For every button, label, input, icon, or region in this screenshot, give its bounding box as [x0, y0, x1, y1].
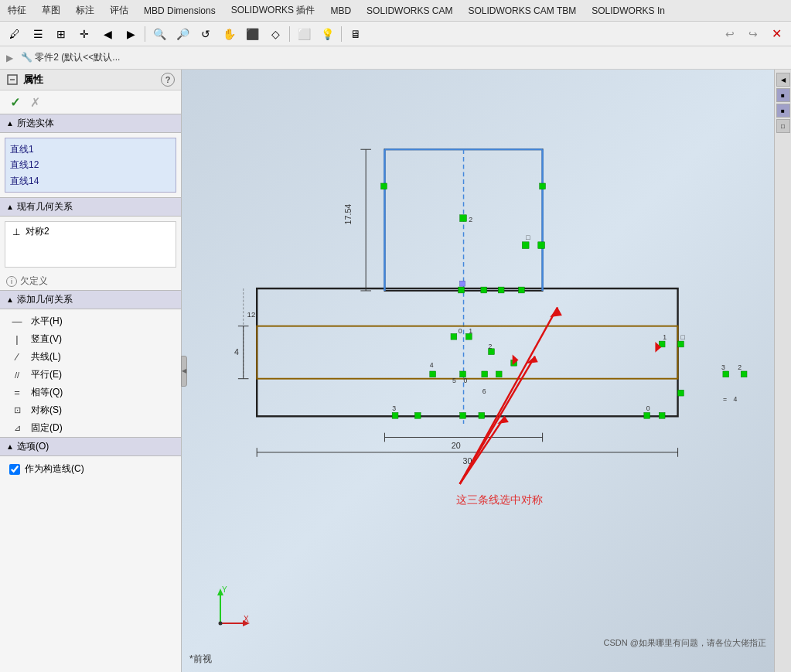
confirm-button[interactable]: ✓ [6, 94, 23, 111]
relation-parallel[interactable]: // 平行(E) [0, 366, 181, 384]
menu-solidworks-cam-tbm[interactable]: SOLIDWORKS CAM TBM [460, 2, 584, 19]
help-button[interactable]: ? [161, 73, 175, 87]
toolbar-3d[interactable]: ⬛ [241, 23, 263, 45]
toolbar-sep-2 [289, 26, 290, 42]
toolbar-pan[interactable]: ✋ [218, 23, 240, 45]
chevron-options: ▲ [6, 442, 14, 451]
menu-solidworks-plugin[interactable]: SOLIDWORKS 插件 [223, 1, 323, 20]
cancel-button[interactable]: ✗ [26, 94, 43, 111]
toolbar-rotate[interactable]: ↺ [195, 23, 217, 45]
svg-text:2: 2 [469, 217, 472, 224]
menu-solidworks-in[interactable]: SOLIDWORKS In [584, 2, 673, 19]
svg-text:17.54: 17.54 [343, 204, 353, 225]
svg-text:2: 2 [738, 363, 742, 371]
relation-collinear[interactable]: ∕ 共线(L) [0, 348, 181, 366]
right-btn-2[interactable]: ■ [776, 88, 790, 102]
construction-line-checkbox[interactable] [9, 464, 20, 475]
fixed-symbol: ⊿ [9, 423, 25, 433]
svg-rect-53 [659, 412, 665, 418]
svg-rect-34 [498, 287, 504, 293]
relation-horizontal[interactable]: — 水平(H) [0, 312, 181, 330]
view-label: *前视 [189, 653, 212, 666]
svg-text:=: = [723, 395, 727, 403]
relation-symmetric[interactable]: ⊡ 对称(S) [0, 401, 181, 419]
toolbar-lights[interactable]: 💡 [316, 23, 338, 45]
entity-item-2: 直线12 [10, 157, 171, 172]
toolbar-btn-3[interactable]: ⊞ [50, 23, 72, 45]
svg-rect-49 [414, 412, 421, 418]
menu-mbd[interactable]: MBD [322, 2, 359, 19]
toolbar-btn-6[interactable]: ▶ [120, 23, 141, 45]
toolbar-btn-4[interactable]: ✛ [73, 23, 95, 45]
menu-annotation[interactable]: 标注 [68, 1, 102, 20]
toolbar-sep-1 [145, 26, 145, 42]
fixed-label: 固定(D) [31, 421, 63, 435]
svg-point-87 [219, 622, 223, 626]
svg-rect-52 [644, 412, 650, 418]
svg-rect-27 [460, 215, 467, 222]
selected-entities-label: 所选实体 [17, 117, 54, 130]
toolbar-2: ▶ 🔧 零件2 (默认<<默认... [0, 46, 791, 70]
svg-text:□: □ [526, 234, 530, 241]
svg-text:12: 12 [247, 310, 256, 319]
chevron-add-relations: ▲ [6, 295, 14, 304]
construction-line-row: 作为构造线(C) [0, 459, 181, 479]
left-panel: 属性 ? ✓ ✗ ▲ 所选实体 直线1 直线12 直线14 ▲ 现有几何关系 ⊥… [0, 70, 182, 672]
relation-fixed[interactable]: ⊿ 固定(D) [0, 419, 181, 437]
right-btn-1[interactable]: ◀ [776, 73, 790, 87]
chevron-selected: ▲ [6, 119, 14, 128]
info-icon[interactable]: i [6, 276, 17, 287]
toolbar-display[interactable]: ⬜ [293, 23, 315, 45]
toolbar-zoom[interactable]: 🔎 [172, 23, 193, 45]
panel-collapse-handle[interactable]: ◀ [181, 356, 187, 387]
menu-solidworks-cam[interactable]: SOLIDWORKS CAM [359, 2, 460, 19]
toolbar-monitor[interactable]: 🖥 [345, 23, 367, 45]
panel-header: 属性 ? [0, 70, 181, 90]
right-btn-4[interactable]: □ [776, 119, 790, 133]
selected-entities-header[interactable]: ▲ 所选实体 [0, 114, 181, 133]
svg-rect-46 [496, 371, 502, 377]
annotation-text: 这三条线选中对称 [456, 493, 543, 507]
svg-rect-48 [392, 412, 398, 418]
svg-rect-43 [430, 371, 436, 377]
toolbar-btn-1[interactable]: 🖊 [4, 23, 26, 45]
watermark: CSDN @如果哪里有问题，请各位大佬指正 [604, 637, 766, 649]
svg-text:□: □ [680, 333, 685, 341]
horizontal-symbol: — [9, 316, 25, 327]
menu-sketch[interactable]: 草图 [34, 1, 68, 20]
svg-text:3: 3 [721, 363, 725, 371]
toolbar-redo[interactable]: ↪ [742, 23, 764, 45]
main-layout: 属性 ? ✓ ✗ ▲ 所选实体 直线1 直线12 直线14 ▲ 现有几何关系 ⊥… [0, 70, 791, 672]
add-relations-section: — 水平(H) | 竖直(V) ∕ 共线(L) // 平行(E) = 相等(Q)… [0, 312, 181, 437]
svg-line-76 [460, 416, 505, 483]
options-header[interactable]: ▲ 选项(O) [0, 437, 181, 456]
canvas-area[interactable]: 17.54 4 12 20 30 [182, 70, 774, 672]
toolbar-btn-2[interactable]: ☰ [27, 23, 49, 45]
menu-features[interactable]: 特征 [0, 1, 34, 20]
panel-title: 属性 [23, 73, 43, 87]
relation-equal[interactable]: = 相等(Q) [0, 384, 181, 401]
svg-text:4: 4 [234, 347, 239, 356]
existing-relations-header[interactable]: ▲ 现有几何关系 [0, 197, 181, 217]
svg-rect-54 [678, 390, 684, 396]
relation-vertical[interactable]: | 竖直(V) [0, 330, 181, 348]
toolbar-close-red[interactable]: ✕ [765, 23, 787, 45]
toolbar-undo[interactable]: ↩ [719, 23, 741, 45]
toolbar-search[interactable]: 🔍 [148, 23, 170, 45]
relation-label-1: 对称2 [26, 225, 49, 238]
add-relations-header[interactable]: ▲ 添加几何关系 [0, 290, 181, 309]
svg-rect-37 [678, 341, 684, 347]
relation-item-1: ⊥ 对称2 [10, 225, 171, 238]
svg-rect-50 [460, 412, 466, 418]
right-btn-3[interactable]: ■ [776, 104, 790, 118]
toolbar-sep-3 [341, 26, 342, 42]
toolbar-view[interactable]: ◇ [264, 23, 286, 45]
entity-item-1: 直线1 [10, 142, 171, 157]
toolbar-btn-5[interactable]: ◀ [97, 23, 118, 45]
menu-mbd-dimensions[interactable]: MBD Dimensions [136, 2, 223, 19]
chevron-relations: ▲ [6, 203, 14, 211]
svg-rect-38 [723, 371, 729, 377]
menu-bar: 特征 草图 标注 评估 MBD Dimensions SOLIDWORKS 插件… [0, 0, 791, 22]
menu-evaluate[interactable]: 评估 [102, 1, 136, 20]
svg-text:20: 20 [452, 441, 461, 450]
